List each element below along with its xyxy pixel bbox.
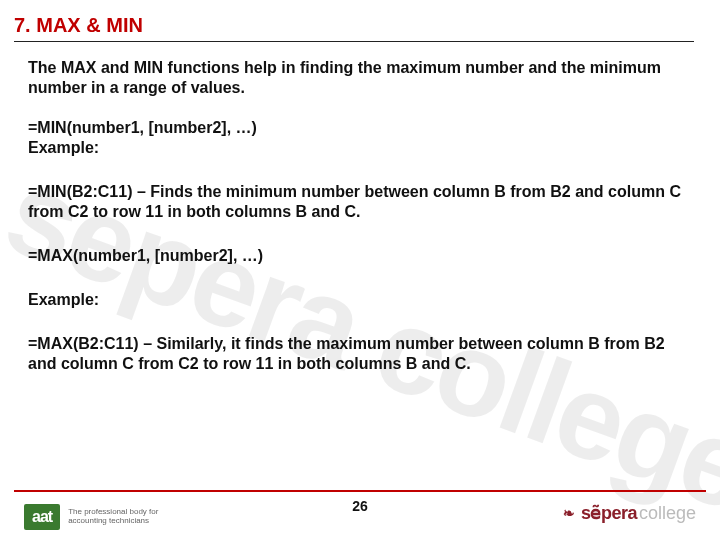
aat-tagline: The professional body for accounting tec… [68,508,158,526]
aat-logo: aat The professional body for accounting… [24,504,158,530]
content-body: The MAX and MIN functions help in findin… [28,58,688,374]
example-label-2: Example: [28,290,688,310]
example-label-1: Example: [28,138,688,158]
min-syntax: =MIN(number1, [number2], …) [28,118,688,138]
max-syntax: =MAX(number1, [number2], …) [28,246,688,266]
sepera-brand: sẽpera [581,503,637,523]
sepera-college-word: college [639,503,696,523]
intro-text: The MAX and MIN functions help in findin… [28,58,688,98]
max-example: =MAX(B2:C11) – Similarly, it finds the m… [28,334,688,374]
sepera-icon: ❧ [563,505,575,521]
sepera-logo: ❧ sẽperacollege [563,502,696,524]
footer-rule [14,490,706,492]
aat-tagline-line2: accounting technicians [68,517,158,526]
min-example: =MIN(B2:C11) – Finds the minimum number … [28,182,688,222]
slide: sepera college 7. MAX & MIN The MAX and … [0,0,720,540]
aat-logo-mark: aat [24,504,60,530]
page-title: 7. MAX & MIN [14,14,694,42]
